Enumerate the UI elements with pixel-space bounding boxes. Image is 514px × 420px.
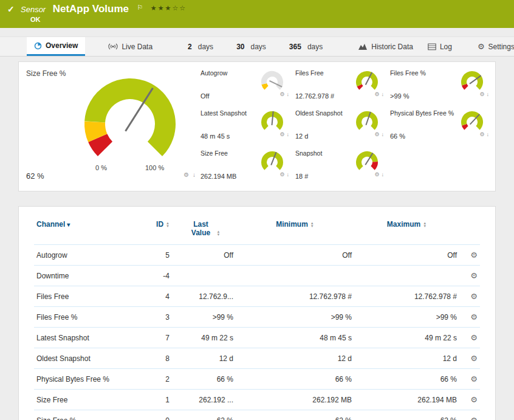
channel-last-value: 12 d [172, 348, 236, 369]
star-filled-icon[interactable]: ★ [151, 4, 158, 12]
channel-table-panel: Channel▾ ID▲▼ Last Value▲▼ Minimum▲▼ Max… [18, 206, 496, 420]
gauge-dial [350, 109, 384, 133]
gauge-download-icon[interactable]: ↓ [381, 171, 384, 177]
gauge-label: Files Free [295, 69, 349, 77]
tab-overview-label: Overview [46, 41, 78, 50]
gauge-download-icon[interactable]: ↓ [193, 171, 196, 178]
flag-icon[interactable]: ⚐ [137, 4, 143, 11]
channel-id: 8 [134, 348, 172, 369]
small-gauge-oldest-snapshot: Oldest Snapshot 12 d ⚙↓ [295, 107, 384, 147]
channel-name: Latest Snapshot [34, 328, 134, 348]
gauge-download-icon[interactable]: ↓ [286, 131, 289, 137]
channel-settings-icon[interactable]: ⚙ [470, 395, 478, 404]
small-gauge-latest-snapshot: Latest Snapshot 48 m 45 s ⚙↓ [200, 107, 289, 147]
channel-minimum: Off [236, 245, 354, 266]
gauge-download-icon[interactable]: ↓ [286, 171, 289, 177]
channel-settings-icon[interactable]: ⚙ [470, 250, 478, 260]
channel-minimum: >99 % [236, 307, 354, 328]
gauge-settings-icon[interactable]: ⚙ [374, 91, 379, 97]
gauge-value: 18 # [295, 173, 349, 180]
gauge-download-icon[interactable]: ↓ [381, 91, 384, 97]
channel-minimum: 48 m 45 s [236, 328, 354, 348]
main-gauge-actions: ⚙ ↓ [182, 171, 196, 178]
tab-live-data[interactable]: Live Data [101, 37, 160, 56]
sort-icon: ▲▼ [423, 222, 427, 228]
gauges-panel: Size Free % 0 % 100 % 62 % ⚙ ↓ Autogrow … [18, 61, 496, 191]
channel-last-value: Off [172, 245, 236, 266]
tab-2-days[interactable]: 2 days [180, 37, 221, 56]
star-filled-icon[interactable]: ★ [165, 4, 173, 12]
tab-log[interactable]: Log [420, 37, 459, 56]
tab-live-data-label: Live Data [122, 43, 152, 51]
channel-settings-icon[interactable]: ⚙ [470, 333, 478, 342]
main-gauge-max-label: 100 % [145, 164, 164, 171]
tab-settings-label: Settings [488, 43, 514, 51]
gauge-settings-icon[interactable]: ⚙ [279, 91, 284, 97]
channel-id: 3 [134, 307, 172, 328]
overview-icon [34, 42, 42, 50]
gauge-settings-icon[interactable]: ⚙ [279, 131, 284, 137]
gauge-download-icon[interactable]: ↓ [487, 91, 490, 97]
gauge-value: 12.762.978 # [295, 92, 349, 100]
star-empty-icon[interactable]: ☆ [172, 4, 179, 12]
table-row: Files Free 4 12.762.9... 12.762.978 # 12… [34, 286, 480, 307]
tab-historic-data[interactable]: Historic Data [351, 37, 420, 56]
star-filled-icon[interactable]: ★ [158, 4, 165, 12]
col-header-minimum[interactable]: Minimum▲▼ [236, 215, 354, 245]
star-rating[interactable]: ★★★☆☆ [151, 2, 187, 12]
gauge-dial [255, 150, 289, 173]
small-gauge-size-free: Size Free 262.194 MB ⚙↓ [200, 147, 289, 187]
channel-id: 1 [134, 390, 172, 410]
gauge-download-icon[interactable]: ↓ [487, 131, 490, 137]
gauge-settings-icon[interactable]: ⚙ [479, 91, 484, 97]
channel-id: 0 [134, 410, 172, 420]
star-empty-icon[interactable]: ☆ [179, 4, 187, 12]
channel-last-value: 262.192 ... [172, 390, 236, 410]
tab-overview[interactable]: Overview [27, 37, 85, 56]
historic-data-icon [358, 43, 368, 50]
channel-maximum: 66 % [354, 369, 459, 390]
small-gauges-grid: Autogrow Off ⚙↓ Files Free 12.762.978 # … [192, 62, 495, 191]
col-last-value-label: Last Value [188, 220, 214, 237]
channel-name: Physical Bytes Free % [34, 369, 134, 390]
small-gauge-autogrow: Autogrow Off ⚙↓ [200, 67, 289, 107]
tab-bar: Overview Live Data 2 days 30 days 365 da… [0, 36, 514, 57]
tab-365-days[interactable]: 365 days [282, 37, 330, 56]
gauge-settings-icon[interactable]: ⚙ [279, 171, 284, 177]
channel-last-value [172, 266, 236, 286]
main-gauge: Size Free % 0 % 100 % 62 % ⚙ ↓ [19, 62, 192, 191]
gauge-settings-icon[interactable]: ⚙ [374, 131, 379, 137]
gauge-download-icon[interactable]: ↓ [286, 91, 289, 97]
col-header-last-value[interactable]: Last Value▲▼ [172, 215, 236, 245]
col-header-channel[interactable]: Channel▾ [34, 215, 134, 245]
channel-settings-icon[interactable]: ⚙ [470, 292, 478, 301]
table-row: Latest Snapshot 7 49 m 22 s 48 m 45 s 49… [34, 328, 480, 348]
tab-settings[interactable]: ⚙ Settings [470, 37, 514, 56]
settings-gear-icon: ⚙ [478, 42, 485, 51]
gauge-settings-icon[interactable]: ⚙ [479, 131, 484, 137]
col-header-maximum[interactable]: Maximum▲▼ [354, 215, 459, 245]
gauge-download-icon[interactable]: ↓ [381, 131, 384, 137]
channel-settings-icon[interactable]: ⚙ [470, 416, 478, 420]
channel-last-value: 12.762.9... [172, 286, 236, 307]
channel-settings-icon[interactable]: ⚙ [470, 271, 478, 280]
tab-30-days[interactable]: 30 days [229, 37, 273, 56]
channel-settings-icon[interactable]: ⚙ [470, 354, 478, 363]
col-header-id[interactable]: ID▲▼ [134, 215, 172, 245]
main-gauge-value: 62 % [26, 171, 44, 181]
gauge-dial [255, 109, 289, 133]
channel-settings-icon[interactable]: ⚙ [470, 374, 478, 384]
channel-maximum: 12.762.978 # [354, 286, 459, 307]
channel-name: Files Free % [34, 307, 134, 328]
channel-name: Oldest Snapshot [34, 348, 134, 369]
gauge-settings-icon[interactable]: ⚙ [183, 171, 189, 178]
channel-settings-icon[interactable]: ⚙ [470, 312, 478, 322]
live-data-icon [108, 43, 118, 50]
col-id-label: ID [156, 220, 163, 229]
channel-name: Size Free [34, 390, 134, 410]
sensor-header: ✓ Sensor NetApp Volume ⚐ ★★★☆☆ OK [0, 0, 514, 28]
small-gauge-files-free: Files Free 12.762.978 # ⚙↓ [295, 67, 384, 107]
gauge-settings-icon[interactable]: ⚙ [374, 171, 379, 177]
col-minimum-label: Minimum [276, 220, 308, 229]
table-row: Downtime -4 ⚙ [34, 266, 480, 286]
